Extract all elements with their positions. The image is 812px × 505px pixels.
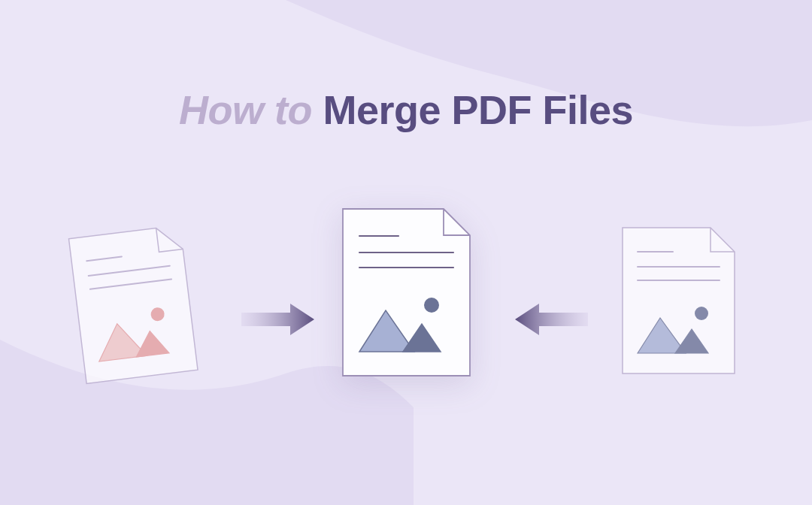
document-center-icon	[337, 203, 476, 385]
page-title: How to Merge PDF Files	[0, 86, 812, 133]
svg-point-7	[424, 298, 439, 313]
document-left-icon	[62, 219, 205, 394]
title-dark-text: Merge PDF Files	[323, 87, 633, 132]
arrow-right-icon	[239, 301, 318, 341]
document-right-icon	[617, 222, 741, 383]
svg-point-11	[695, 307, 708, 320]
merge-illustration	[0, 210, 812, 466]
title-light-text: How to	[179, 87, 323, 132]
arrow-left-icon	[511, 301, 590, 341]
